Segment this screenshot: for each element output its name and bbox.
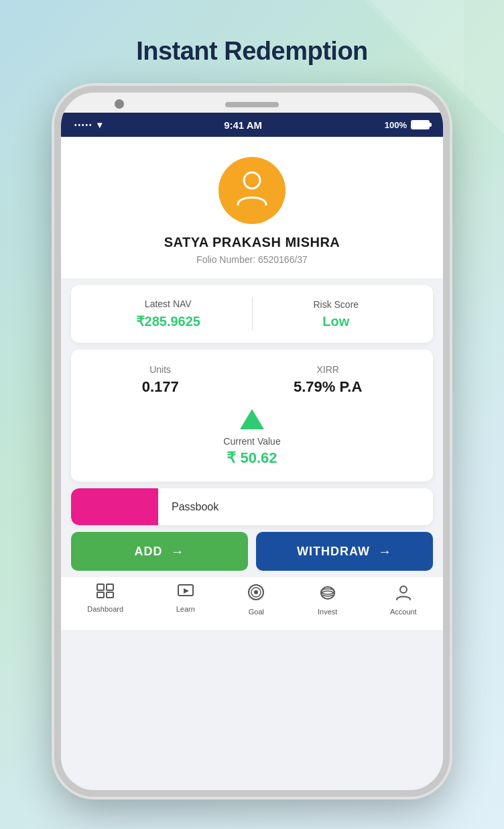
user-name: SATYA PRAKASH MISHRA xyxy=(164,235,340,250)
battery-fill xyxy=(412,121,428,128)
nav-stat: Latest NAV ₹285.9625 xyxy=(84,298,252,329)
passbook-area[interactable]: Passbook xyxy=(71,488,433,525)
user-avatar-icon xyxy=(235,170,269,211)
status-bar: ••••• ▾ 9:41 AM 100% xyxy=(61,113,443,137)
goal-nav-label: Goal xyxy=(249,608,264,616)
svg-point-9 xyxy=(254,590,258,594)
status-right: 100% xyxy=(385,120,430,130)
learn-icon xyxy=(177,584,194,602)
investment-card: Units 0.177 XIRR 5.79% P.A Current Value… xyxy=(71,349,433,482)
nav-value: ₹285.9625 xyxy=(136,313,200,329)
current-value-section: Current Value ₹ 50.62 xyxy=(84,409,420,467)
phone-top-bar xyxy=(61,93,443,113)
add-arrow-icon: → xyxy=(171,544,185,559)
dashboard-icon xyxy=(97,584,114,602)
xirr-item: XIRR 5.79% P.A xyxy=(294,364,362,396)
units-item: Units 0.177 xyxy=(142,364,179,396)
invest-nav-label: Invest xyxy=(318,608,337,616)
passbook-label: Passbook xyxy=(158,501,218,513)
add-button-label: ADD xyxy=(135,545,163,559)
units-value: 0.177 xyxy=(142,378,179,396)
signal-icon: ••••• xyxy=(74,121,93,129)
nav-item-goal[interactable]: Goal xyxy=(247,584,265,616)
phone-frame: ••••• ▾ 9:41 AM 100% SATYA PRAKASH MISH xyxy=(54,86,450,797)
svg-point-0 xyxy=(244,172,260,188)
risk-value: Low xyxy=(322,314,349,329)
nav-label: Latest NAV xyxy=(145,298,192,309)
status-left: ••••• ▾ xyxy=(74,119,102,130)
svg-rect-4 xyxy=(107,592,113,598)
nav-item-dashboard[interactable]: Dashboard xyxy=(87,584,123,613)
phone-camera xyxy=(115,99,124,109)
svg-marker-6 xyxy=(184,588,189,594)
add-button[interactable]: ADD → xyxy=(71,532,248,571)
account-nav-label: Account xyxy=(390,608,417,616)
status-time: 9:41 AM xyxy=(224,119,262,131)
folio-label: Folio Number: xyxy=(196,254,255,265)
avatar xyxy=(218,157,286,224)
folio-value: 6520166/37 xyxy=(258,254,308,265)
battery-percent: 100% xyxy=(385,120,407,130)
current-value-amount: ₹ 50.62 xyxy=(227,449,277,467)
wifi-icon: ▾ xyxy=(97,119,102,130)
battery-icon xyxy=(411,120,430,129)
app-content: SATYA PRAKASH MISHRA Folio Number: 65201… xyxy=(61,137,443,790)
page-title: Instant Redemption xyxy=(136,37,368,66)
units-label: Units xyxy=(149,364,171,375)
svg-rect-3 xyxy=(97,592,104,598)
nav-item-account[interactable]: Account xyxy=(390,584,417,616)
bottom-nav: Dashboard Learn xyxy=(61,576,443,630)
svg-rect-2 xyxy=(107,584,113,590)
action-buttons: ADD → WITHDRAW → xyxy=(71,532,433,571)
passbook-tab-indicator xyxy=(71,488,158,525)
svg-rect-1 xyxy=(97,584,104,590)
xirr-value: 5.79% P.A xyxy=(294,378,362,396)
xirr-label: XIRR xyxy=(316,364,338,375)
nav-item-learn[interactable]: Learn xyxy=(176,584,195,613)
invest-icon xyxy=(319,584,336,605)
svg-point-12 xyxy=(400,586,407,593)
profile-section: SATYA PRAKASH MISHRA Folio Number: 65201… xyxy=(61,137,443,278)
withdraw-button-label: WITHDRAW xyxy=(297,545,370,559)
phone-speaker xyxy=(225,102,279,107)
risk-label: Risk Score xyxy=(313,299,359,310)
folio-number: Folio Number: 6520166/37 xyxy=(196,254,308,265)
withdraw-arrow-icon: → xyxy=(378,544,392,559)
current-value-label: Current Value xyxy=(223,436,280,447)
account-icon xyxy=(395,584,412,605)
stats-card: Latest NAV ₹285.9625 Risk Score Low xyxy=(71,285,433,343)
withdraw-button[interactable]: WITHDRAW → xyxy=(256,532,433,571)
dashboard-nav-label: Dashboard xyxy=(87,605,123,613)
risk-stat: Risk Score Low xyxy=(253,299,420,329)
investment-row: Units 0.177 XIRR 5.79% P.A xyxy=(84,364,420,396)
learn-nav-label: Learn xyxy=(176,605,195,613)
goal-icon xyxy=(247,584,265,605)
nav-item-invest[interactable]: Invest xyxy=(318,584,337,616)
trend-up-icon xyxy=(240,409,264,429)
